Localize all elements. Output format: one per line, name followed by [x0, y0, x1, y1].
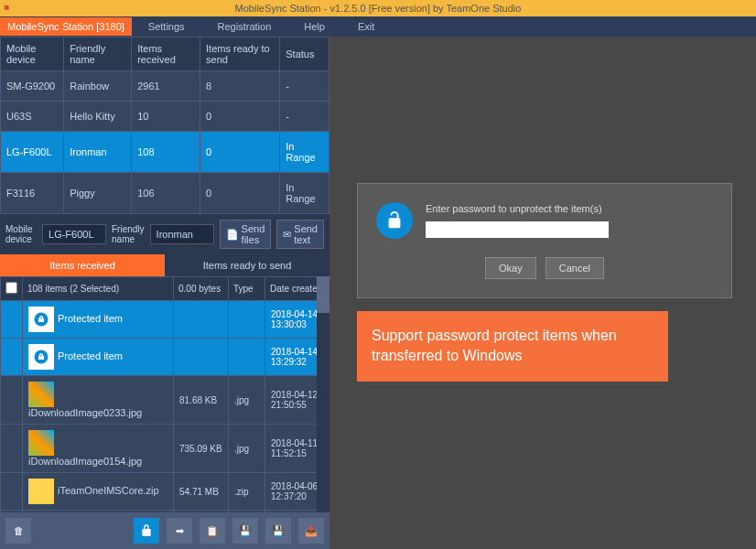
col-friendly[interactable]: Friendly name	[64, 38, 132, 71]
device-field[interactable]: LG-F600L	[42, 224, 106, 244]
forward-button[interactable]: ➡	[167, 518, 192, 544]
col-status[interactable]: Status	[280, 38, 329, 71]
menu-main[interactable]: MobileSync Station [3180]	[0, 17, 132, 36]
file-thumbnail	[28, 479, 54, 504]
menu-help[interactable]: Help	[287, 17, 341, 36]
password-input[interactable]	[426, 221, 609, 238]
menu-bar: MobileSync Station [3180] Settings Regis…	[0, 16, 756, 37]
friendly-label: Friendly name	[112, 224, 145, 244]
file-row[interactable]: iTeamOneIMSCore.zip54.71 MB.zip2018-04-0…	[1, 473, 329, 511]
send-text-button[interactable]: ✉Send text	[276, 220, 324, 249]
file-scrollbar[interactable]	[317, 276, 329, 512]
export-button[interactable]: 📤	[298, 518, 324, 544]
device-row[interactable]: U63SHello Kitty100-	[1, 102, 329, 132]
col-ready[interactable]: Items ready to send	[200, 38, 280, 71]
save-button[interactable]: 💾	[232, 518, 258, 544]
send-files-button[interactable]: 📄Send files	[220, 220, 272, 249]
copy-button[interactable]: 📋	[200, 518, 225, 544]
select-all-checkbox[interactable]	[5, 282, 17, 294]
password-dialog: Enter password to unprotect the item(s) …	[357, 183, 732, 298]
cancel-button[interactable]: Cancel	[545, 257, 604, 279]
file-row[interactable]: iDownloadImage0233.jpg81.68 KB.jpg2018-0…	[1, 376, 329, 425]
delete-button[interactable]: 🗑	[5, 518, 31, 544]
app-icon: ■	[4, 2, 9, 12]
file-thumbnail	[28, 430, 54, 456]
tab-items-received[interactable]: Items received	[0, 254, 165, 276]
col-type[interactable]: Type	[229, 277, 265, 301]
right-panel: Enter password to unprotect the item(s) …	[329, 37, 756, 549]
device-label: Mobile device	[5, 224, 37, 244]
feature-callout: Support password protect items when tran…	[357, 311, 668, 382]
save-all-button[interactable]: 💾	[265, 518, 291, 544]
dialog-prompt: Enter password to unprotect the item(s)	[426, 203, 609, 214]
file-row[interactable]: iDownloadImage0154.jpg735.09 KB.jpg2018-…	[1, 425, 329, 473]
window-title: MobileSync Station - v1.2.5.0 [Free vers…	[235, 3, 522, 14]
lock-button[interactable]	[134, 518, 159, 544]
device-row[interactable]: SM-G9200Rainbow29618-	[1, 71, 329, 102]
lock-icon	[28, 307, 54, 332]
left-panel: Mobile device Friendly name Items receiv…	[0, 37, 329, 549]
device-row[interactable]: LG-F600LIronman1080In Range	[1, 132, 329, 173]
col-summary[interactable]: 108 items (2 Selected)	[23, 277, 174, 301]
device-row[interactable]: F3116Piggy1060In Range	[1, 173, 329, 214]
menu-settings[interactable]: Settings	[132, 17, 201, 36]
title-bar: ■ MobileSync Station - v1.2.5.0 [Free ve…	[0, 0, 756, 16]
okay-button[interactable]: Okay	[485, 257, 536, 279]
file-toolbar: 🗑 ➡ 📋 💾 💾 📤	[0, 512, 329, 549]
friendly-field[interactable]: Ironman	[150, 224, 214, 244]
menu-registration[interactable]: Registration	[201, 17, 288, 36]
col-received[interactable]: Items received	[132, 38, 200, 71]
device-table: Mobile device Friendly name Items receiv…	[0, 37, 329, 214]
col-size[interactable]: 0.00 bytes	[174, 277, 229, 301]
lock-icon	[28, 344, 54, 370]
menu-exit[interactable]: Exit	[341, 17, 391, 36]
file-row[interactable]: Protected item2018-04-14 13:30:03	[1, 301, 329, 339]
file-thumbnail	[28, 382, 54, 407]
col-device[interactable]: Mobile device	[1, 38, 64, 71]
file-row[interactable]: Protected item2018-04-14 13:29:32	[1, 339, 329, 376]
file-list: 108 items (2 Selected) 0.00 bytes Type D…	[0, 276, 329, 512]
tab-items-ready[interactable]: Items ready to send	[165, 254, 329, 276]
unlock-icon	[376, 202, 413, 239]
file-row[interactable]: WhatsApp ImagesIMG-20180405-WA0004.jpg19…	[1, 511, 329, 513]
file-tabs: Items received Items ready to send	[0, 254, 329, 276]
device-info-row: Mobile device LG-F600L Friendly name Iro…	[0, 214, 329, 254]
